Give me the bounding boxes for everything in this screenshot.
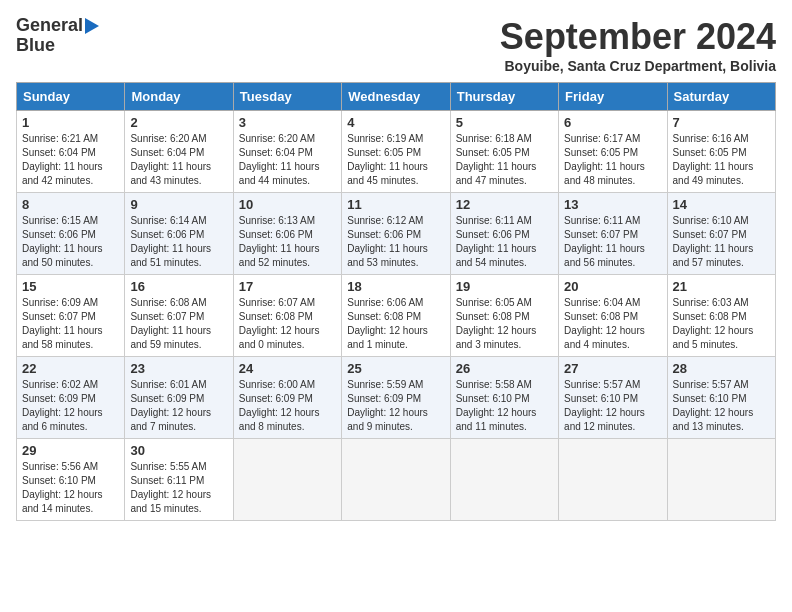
day-number: 2 xyxy=(130,115,227,130)
day-number: 28 xyxy=(673,361,770,376)
day-number: 22 xyxy=(22,361,119,376)
empty-cell xyxy=(667,439,775,521)
day-number: 23 xyxy=(130,361,227,376)
logo-arrow-icon xyxy=(85,18,99,34)
weekday-header-friday: Friday xyxy=(559,83,667,111)
day-cell-28: 28 Sunrise: 5:57 AMSunset: 6:10 PMDaylig… xyxy=(667,357,775,439)
logo-text-general: General xyxy=(16,16,83,36)
day-cell-3: 3 Sunrise: 6:20 AMSunset: 6:04 PMDayligh… xyxy=(233,111,341,193)
day-info: Sunrise: 6:00 AMSunset: 6:09 PMDaylight:… xyxy=(239,379,320,432)
day-info: Sunrise: 6:16 AMSunset: 6:05 PMDaylight:… xyxy=(673,133,754,186)
empty-cell xyxy=(342,439,450,521)
day-info: Sunrise: 6:13 AMSunset: 6:06 PMDaylight:… xyxy=(239,215,320,268)
day-info: Sunrise: 5:55 AMSunset: 6:11 PMDaylight:… xyxy=(130,461,211,514)
weekday-header-monday: Monday xyxy=(125,83,233,111)
day-number: 29 xyxy=(22,443,119,458)
day-cell-2: 2 Sunrise: 6:20 AMSunset: 6:04 PMDayligh… xyxy=(125,111,233,193)
day-cell-23: 23 Sunrise: 6:01 AMSunset: 6:09 PMDaylig… xyxy=(125,357,233,439)
day-cell-14: 14 Sunrise: 6:10 AMSunset: 6:07 PMDaylig… xyxy=(667,193,775,275)
day-number: 4 xyxy=(347,115,444,130)
page-header: General Blue September 2024 Boyuibe, San… xyxy=(16,16,776,74)
day-cell-20: 20 Sunrise: 6:04 AMSunset: 6:08 PMDaylig… xyxy=(559,275,667,357)
empty-cell xyxy=(233,439,341,521)
day-number: 25 xyxy=(347,361,444,376)
title-block: September 2024 Boyuibe, Santa Cruz Depar… xyxy=(500,16,776,74)
day-number: 12 xyxy=(456,197,553,212)
day-number: 10 xyxy=(239,197,336,212)
day-number: 30 xyxy=(130,443,227,458)
day-cell-13: 13 Sunrise: 6:11 AMSunset: 6:07 PMDaylig… xyxy=(559,193,667,275)
day-number: 15 xyxy=(22,279,119,294)
weekday-header-saturday: Saturday xyxy=(667,83,775,111)
day-cell-11: 11 Sunrise: 6:12 AMSunset: 6:06 PMDaylig… xyxy=(342,193,450,275)
day-info: Sunrise: 6:20 AMSunset: 6:04 PMDaylight:… xyxy=(239,133,320,186)
day-info: Sunrise: 6:11 AMSunset: 6:07 PMDaylight:… xyxy=(564,215,645,268)
day-info: Sunrise: 6:14 AMSunset: 6:06 PMDaylight:… xyxy=(130,215,211,268)
day-info: Sunrise: 6:07 AMSunset: 6:08 PMDaylight:… xyxy=(239,297,320,350)
day-info: Sunrise: 5:57 AMSunset: 6:10 PMDaylight:… xyxy=(564,379,645,432)
day-info: Sunrise: 6:21 AMSunset: 6:04 PMDaylight:… xyxy=(22,133,103,186)
day-number: 20 xyxy=(564,279,661,294)
day-info: Sunrise: 6:18 AMSunset: 6:05 PMDaylight:… xyxy=(456,133,537,186)
calendar-week-4: 22 Sunrise: 6:02 AMSunset: 6:09 PMDaylig… xyxy=(17,357,776,439)
day-cell-26: 26 Sunrise: 5:58 AMSunset: 6:10 PMDaylig… xyxy=(450,357,558,439)
day-cell-5: 5 Sunrise: 6:18 AMSunset: 6:05 PMDayligh… xyxy=(450,111,558,193)
day-cell-24: 24 Sunrise: 6:00 AMSunset: 6:09 PMDaylig… xyxy=(233,357,341,439)
day-cell-18: 18 Sunrise: 6:06 AMSunset: 6:08 PMDaylig… xyxy=(342,275,450,357)
day-info: Sunrise: 6:08 AMSunset: 6:07 PMDaylight:… xyxy=(130,297,211,350)
day-info: Sunrise: 6:05 AMSunset: 6:08 PMDaylight:… xyxy=(456,297,537,350)
empty-cell xyxy=(559,439,667,521)
day-info: Sunrise: 5:58 AMSunset: 6:10 PMDaylight:… xyxy=(456,379,537,432)
day-number: 7 xyxy=(673,115,770,130)
day-cell-4: 4 Sunrise: 6:19 AMSunset: 6:05 PMDayligh… xyxy=(342,111,450,193)
location-title: Boyuibe, Santa Cruz Department, Bolivia xyxy=(500,58,776,74)
day-number: 13 xyxy=(564,197,661,212)
day-info: Sunrise: 6:15 AMSunset: 6:06 PMDaylight:… xyxy=(22,215,103,268)
day-info: Sunrise: 5:59 AMSunset: 6:09 PMDaylight:… xyxy=(347,379,428,432)
day-number: 21 xyxy=(673,279,770,294)
day-info: Sunrise: 6:03 AMSunset: 6:08 PMDaylight:… xyxy=(673,297,754,350)
empty-cell xyxy=(450,439,558,521)
weekday-header-thursday: Thursday xyxy=(450,83,558,111)
day-info: Sunrise: 6:11 AMSunset: 6:06 PMDaylight:… xyxy=(456,215,537,268)
day-cell-21: 21 Sunrise: 6:03 AMSunset: 6:08 PMDaylig… xyxy=(667,275,775,357)
weekday-header-wednesday: Wednesday xyxy=(342,83,450,111)
day-number: 8 xyxy=(22,197,119,212)
day-number: 27 xyxy=(564,361,661,376)
day-cell-22: 22 Sunrise: 6:02 AMSunset: 6:09 PMDaylig… xyxy=(17,357,125,439)
calendar-week-3: 15 Sunrise: 6:09 AMSunset: 6:07 PMDaylig… xyxy=(17,275,776,357)
day-cell-19: 19 Sunrise: 6:05 AMSunset: 6:08 PMDaylig… xyxy=(450,275,558,357)
calendar-week-1: 1 Sunrise: 6:21 AMSunset: 6:04 PMDayligh… xyxy=(17,111,776,193)
day-cell-16: 16 Sunrise: 6:08 AMSunset: 6:07 PMDaylig… xyxy=(125,275,233,357)
day-cell-1: 1 Sunrise: 6:21 AMSunset: 6:04 PMDayligh… xyxy=(17,111,125,193)
day-cell-9: 9 Sunrise: 6:14 AMSunset: 6:06 PMDayligh… xyxy=(125,193,233,275)
day-number: 24 xyxy=(239,361,336,376)
day-cell-27: 27 Sunrise: 5:57 AMSunset: 6:10 PMDaylig… xyxy=(559,357,667,439)
day-info: Sunrise: 5:56 AMSunset: 6:10 PMDaylight:… xyxy=(22,461,103,514)
day-number: 18 xyxy=(347,279,444,294)
day-number: 26 xyxy=(456,361,553,376)
calendar-week-5: 29 Sunrise: 5:56 AMSunset: 6:10 PMDaylig… xyxy=(17,439,776,521)
logo-text-blue: Blue xyxy=(16,36,55,56)
day-info: Sunrise: 6:09 AMSunset: 6:07 PMDaylight:… xyxy=(22,297,103,350)
day-number: 19 xyxy=(456,279,553,294)
day-number: 16 xyxy=(130,279,227,294)
weekday-header-row: SundayMondayTuesdayWednesdayThursdayFrid… xyxy=(17,83,776,111)
day-number: 5 xyxy=(456,115,553,130)
day-info: Sunrise: 5:57 AMSunset: 6:10 PMDaylight:… xyxy=(673,379,754,432)
day-info: Sunrise: 6:17 AMSunset: 6:05 PMDaylight:… xyxy=(564,133,645,186)
day-number: 1 xyxy=(22,115,119,130)
day-number: 6 xyxy=(564,115,661,130)
logo: General Blue xyxy=(16,16,99,56)
day-number: 14 xyxy=(673,197,770,212)
day-cell-8: 8 Sunrise: 6:15 AMSunset: 6:06 PMDayligh… xyxy=(17,193,125,275)
day-cell-6: 6 Sunrise: 6:17 AMSunset: 6:05 PMDayligh… xyxy=(559,111,667,193)
day-number: 17 xyxy=(239,279,336,294)
day-cell-7: 7 Sunrise: 6:16 AMSunset: 6:05 PMDayligh… xyxy=(667,111,775,193)
day-cell-30: 30 Sunrise: 5:55 AMSunset: 6:11 PMDaylig… xyxy=(125,439,233,521)
day-info: Sunrise: 6:02 AMSunset: 6:09 PMDaylight:… xyxy=(22,379,103,432)
day-cell-29: 29 Sunrise: 5:56 AMSunset: 6:10 PMDaylig… xyxy=(17,439,125,521)
day-cell-15: 15 Sunrise: 6:09 AMSunset: 6:07 PMDaylig… xyxy=(17,275,125,357)
weekday-header-tuesday: Tuesday xyxy=(233,83,341,111)
day-number: 3 xyxy=(239,115,336,130)
